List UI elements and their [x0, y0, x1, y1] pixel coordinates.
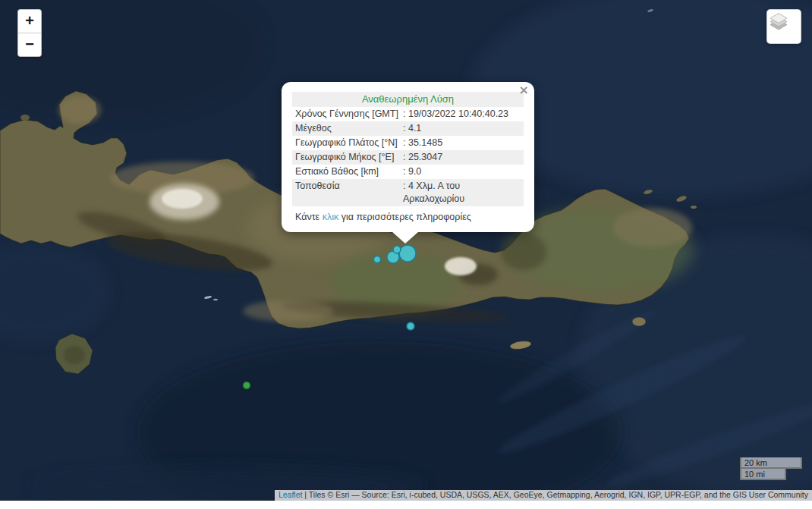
earthquake-marker[interactable] [399, 245, 416, 262]
footer-text: Κάντε [295, 212, 323, 222]
island-koufonisi [632, 317, 646, 326]
row-value: : 4 Χλμ. Α του Αρκαλοχωρίου [403, 180, 521, 206]
row-value: : 9.0 [403, 165, 521, 178]
map-canvas[interactable]: + − × Αναθεωρημένη Λύση Χρόνος Γέννησης … [0, 0, 812, 501]
earthquake-popup: × Αναθεωρημένη Λύση Χρόνος Γέννησης [GMT… [282, 82, 534, 232]
popup-row-location: Τοποθεσία : 4 Χλμ. Α του Αρκαλοχωρίου [292, 179, 524, 206]
leaflet-link[interactable]: Leaflet [279, 490, 303, 499]
row-label: Χρόνος Γέννησης [GMT] [295, 108, 403, 121]
earthquake-marker[interactable] [393, 246, 401, 253]
row-label: Γεωγραφικό Πλάτος [°N] [295, 137, 403, 149]
islet-ne-3 [691, 206, 697, 209]
earthquake-marker[interactable] [244, 382, 250, 389]
zoom-in-button[interactable]: + [18, 10, 41, 33]
earthquake-marker[interactable] [407, 322, 414, 330]
scale-mi-bar: 10 mi [740, 469, 786, 480]
popup-tail [392, 231, 419, 244]
scale-km-bar: 20 km [740, 457, 802, 469]
footer-text: για περισσότερες πληροφορίες [338, 212, 471, 222]
popup-close-icon[interactable]: × [519, 85, 529, 96]
row-label: Τοποθεσία [295, 180, 403, 206]
layers-icon [767, 10, 790, 33]
popup-row-magnitude: Μέγεθος : 4.1 [292, 121, 524, 136]
popup-table: Αναθεωρημένη Λύση Χρόνος Γέννησης [GMT] … [292, 92, 524, 206]
row-value: : 19/03/2022 10:40:40.23 [403, 108, 521, 121]
islet-west [20, 115, 30, 121]
row-label: Γεωγραφικό Μήκος [°E] [295, 151, 403, 164]
popup-row-origin-time: Χρόνος Γέννησης [GMT] : 19/03/2022 10:40… [292, 107, 524, 121]
row-label: Μέγεθος [295, 122, 403, 135]
row-value: : 35.1485 [403, 137, 521, 149]
attribution-text: Tiles © Esri — Source: Esri, i-cubed, US… [309, 490, 808, 499]
zoom-out-button[interactable]: − [18, 33, 41, 56]
popup-footer: Κάντε κλικ για περισσότερες πληροφορίες [292, 210, 524, 224]
zoom-control: + − [17, 9, 42, 57]
popup-title: Αναθεωρημένη Λύση [292, 92, 524, 107]
earthquake-marker[interactable] [374, 256, 381, 263]
attribution-separator: | [302, 490, 308, 499]
row-value: : 25.3047 [403, 151, 521, 164]
scale-control: 20 km 10 mi [740, 457, 802, 480]
popup-row-latitude: Γεωγραφικό Πλάτος [°N] : 35.1485 [292, 136, 524, 150]
layers-control-button[interactable] [766, 9, 801, 44]
row-label: Εστιακό Βάθος [km] [295, 165, 403, 178]
row-value: : 4.1 [403, 122, 521, 135]
mountain-lefka-ori [149, 184, 219, 220]
popup-row-longitude: Γεωγραφικό Μήκος [°E] : 25.3047 [292, 150, 524, 165]
popup-row-depth: Εστιακό Βάθος [km] : 9.0 [292, 165, 524, 179]
attribution-bar: Leaflet | Tiles © Esri — Source: Esri, i… [275, 490, 812, 501]
basemap-satellite [0, 0, 812, 501]
more-info-link[interactable]: κλικ [323, 212, 339, 222]
